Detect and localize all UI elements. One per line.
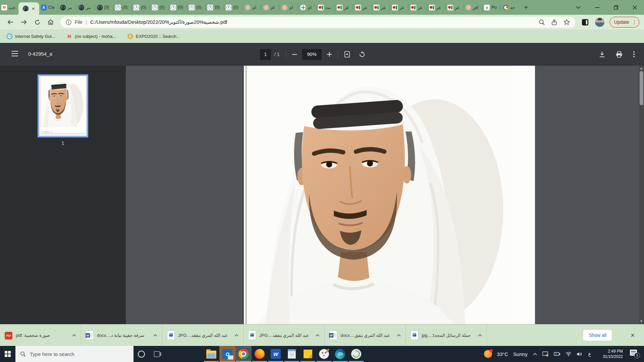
browser-tab[interactable]: (0) [150,0,168,15]
weather-condition[interactable]: Sunny [513,351,528,357]
vertical-scrollbar[interactable] [639,66,644,324]
browser-tab[interactable]: مر [58,0,76,15]
tab-search-chevron-icon[interactable] [569,0,588,15]
battery-icon[interactable] [554,352,560,356]
page-number-input[interactable]: 1 [260,49,271,60]
browser-tab[interactable]: (0) [131,0,150,15]
window-minimize-button[interactable] [588,0,606,15]
scroll-down-icon[interactable] [640,320,643,322]
bookmark-item[interactable]: Internet Safety Gui... [7,34,55,39]
download-item[interactable]: حملة الرسائل المجه1....jpg [406,324,487,346]
browser-tab[interactable]: عر [390,0,408,15]
taskbar-app[interactable] [203,346,219,362]
wifi-icon[interactable] [566,352,572,356]
bookmark-item[interactable]: EXPO2020 :: Search... [127,34,180,39]
chevron-up-icon[interactable] [72,334,76,337]
zoom-in-button[interactable] [327,52,332,57]
taskbar-app[interactable]: O [219,346,235,362]
forward-button[interactable] [18,16,30,28]
pdf-more-options-icon[interactable] [633,51,635,57]
taskbar-app[interactable] [316,346,332,362]
browser-tab[interactable]: [3] [95,0,113,15]
browser-tab[interactable]: عر [408,0,427,15]
browser-tab[interactable]: مر [76,0,95,15]
bookmark-item[interactable]: M (no subject) - moha... [66,34,116,39]
browser-tab[interactable]: M خب [0,0,18,15]
profile-avatar[interactable] [595,17,604,27]
taskbar-app[interactable] [235,346,252,362]
browser-tab[interactable]: ام [298,0,316,15]
browser-tab[interactable]: اقر [464,0,482,15]
taskbar-search-input[interactable]: Type here to search [15,346,133,362]
taskbar-app[interactable] [348,346,364,362]
browser-menu-dots-icon[interactable]: ⋮ [632,19,637,25]
download-item[interactable]: عبد الله المري يتفقد....JPG [244,324,325,346]
pdf-menu-icon[interactable] [11,51,18,56]
fit-page-button[interactable] [344,51,350,58]
download-item[interactable]: W عبد الله المري يتفق....docx [325,324,406,346]
browser-tab[interactable]: × [18,2,39,15]
taskbar-app[interactable] [252,346,268,362]
taskbar-app[interactable] [284,346,300,362]
tray-chevron-up-icon[interactable] [533,353,537,356]
browser-tab[interactable]: (0) [224,0,242,15]
chevron-up-icon[interactable] [316,334,320,337]
chevron-up-icon[interactable] [153,334,157,337]
taskbar-clock[interactable]: 2:49 PM 31/10/2022 [597,349,623,359]
back-button[interactable] [5,16,16,28]
chevron-up-icon[interactable] [397,334,401,337]
start-button[interactable] [0,346,15,362]
share-icon[interactable] [551,19,557,25]
address-omnibox[interactable]: File | C:/Users/mfouda/Desktop/2022/20%ش… [60,17,575,28]
browser-tab[interactable]: ام [279,0,298,15]
window-close-button[interactable] [625,0,644,15]
browser-tab[interactable]: عر [445,0,464,15]
browser-tab[interactable]: (0) [205,0,224,15]
scrollbar-thumb[interactable] [640,71,643,105]
browser-tab[interactable]: ام [242,0,261,15]
browser-tab[interactable]: نث [316,0,334,15]
rotate-ccw-button[interactable] [359,51,365,58]
chevron-up-icon[interactable] [478,334,482,337]
browser-tab[interactable]: (0) [113,0,131,15]
volume-icon[interactable] [577,352,583,357]
taskbar-app[interactable] [300,346,316,362]
zoom-out-button[interactable] [292,54,297,55]
weather-sun-icon[interactable] [484,350,492,358]
cortana-button[interactable] [133,346,149,362]
download-item[interactable]: PDF صورة شخصية .pdf [0,324,81,346]
weather-temperature[interactable]: 33°C [497,351,508,357]
zoom-find-icon[interactable] [539,19,545,25]
browser-tab[interactable]: عر [353,0,371,15]
downloads-close-icon[interactable]: × [631,331,635,339]
window-maximize-button[interactable] [606,0,625,15]
new-tab-button[interactable]: + [519,0,533,15]
taskbar-app[interactable]: W [268,346,284,362]
browser-tab[interactable]: عر [371,0,390,15]
tray-display-sync-icon[interactable] [542,351,549,357]
browser-tab[interactable]: A Cla [39,0,58,15]
home-button[interactable] [45,16,56,28]
browser-tab[interactable]: G حد [500,0,519,15]
scroll-up-icon[interactable] [640,67,643,69]
page-info-icon[interactable] [66,19,71,25]
page-thumbnail[interactable]: 0-42954_a [38,74,88,137]
task-view-button[interactable] [149,346,164,362]
download-item[interactable]: عبد الله المري يتفقد....JPG [162,324,244,346]
url-text[interactable]: C:/Users/mfouda/Desktop/2022/20%شخصية%20… [90,19,535,25]
tab-close-icon[interactable]: × [32,6,35,11]
update-button[interactable]: Update ⋮ [610,17,639,27]
print-icon[interactable] [616,51,623,58]
download-icon[interactable] [599,51,605,58]
zoom-level-input[interactable]: 90% [302,49,322,60]
browser-tab[interactable]: عر [427,0,445,15]
browser-tab[interactable]: y Po [482,0,500,15]
reload-button[interactable] [32,16,43,28]
chevron-up-icon[interactable] [234,334,238,337]
side-panel-icon[interactable] [582,19,588,25]
browser-tab[interactable]: (0) [187,0,205,15]
taskbar-app[interactable] [332,346,348,362]
bookmark-star-icon[interactable] [564,19,570,25]
language-indicator[interactable]: ع [588,351,592,357]
download-item[interactable]: W سرقة حقيبة نيابة د....docx [81,324,162,346]
